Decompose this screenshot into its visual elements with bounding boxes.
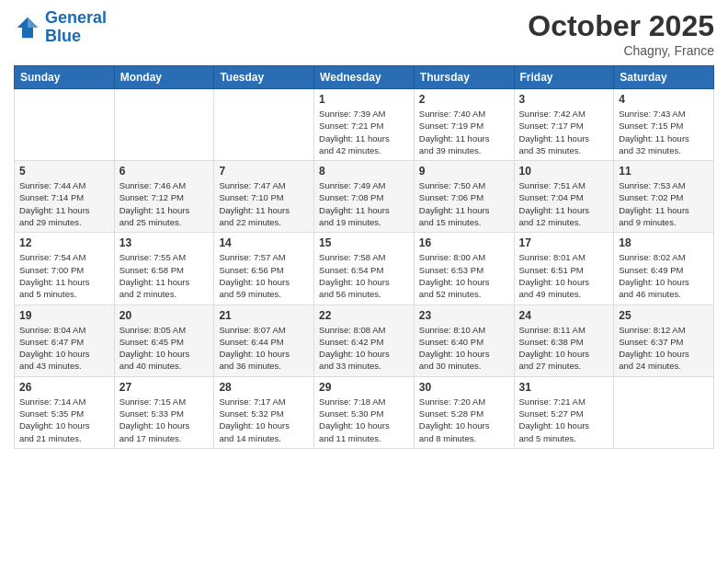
day-info: Sunrise: 7:54 AM Sunset: 7:00 PM Dayligh…: [19, 251, 109, 300]
day-info: Sunrise: 7:55 AM Sunset: 6:58 PM Dayligh…: [119, 251, 210, 300]
day-info: Sunrise: 7:46 AM Sunset: 7:12 PM Dayligh…: [119, 179, 210, 228]
calendar-cell: 26Sunrise: 7:14 AM Sunset: 5:35 PM Dayli…: [15, 376, 115, 448]
day-number: 22: [319, 309, 409, 322]
day-number: 29: [319, 381, 409, 394]
day-info: Sunrise: 7:21 AM Sunset: 5:27 PM Dayligh…: [519, 396, 609, 444]
day-number: 24: [519, 309, 609, 322]
day-number: 21: [219, 309, 309, 322]
calendar-cell: 6Sunrise: 7:46 AM Sunset: 7:12 PM Daylig…: [114, 161, 214, 233]
calendar-cell: 9Sunrise: 7:50 AM Sunset: 7:06 PM Daylig…: [414, 161, 514, 233]
weekday-header: Saturday: [614, 66, 714, 89]
day-number: 23: [419, 309, 509, 322]
weekday-header: Thursday: [414, 66, 514, 89]
calendar-cell: 11Sunrise: 7:53 AM Sunset: 7:02 PM Dayli…: [614, 161, 714, 233]
calendar-cell: [114, 89, 214, 161]
calendar-cell: 30Sunrise: 7:20 AM Sunset: 5:28 PM Dayli…: [414, 376, 514, 448]
weekday-header: Tuesday: [214, 66, 314, 89]
calendar-week-row: 26Sunrise: 7:14 AM Sunset: 5:35 PM Dayli…: [15, 376, 714, 448]
day-number: 15: [319, 236, 409, 249]
calendar-cell: 24Sunrise: 8:11 AM Sunset: 6:38 PM Dayli…: [514, 304, 614, 376]
calendar-cell: 7Sunrise: 7:47 AM Sunset: 7:10 PM Daylig…: [214, 161, 314, 233]
location: Chagny, France: [528, 43, 714, 58]
calendar-cell: 29Sunrise: 7:18 AM Sunset: 5:30 PM Dayli…: [314, 376, 415, 448]
day-number: 20: [119, 309, 210, 322]
day-number: 9: [419, 165, 509, 178]
calendar-cell: 27Sunrise: 7:15 AM Sunset: 5:33 PM Dayli…: [114, 376, 214, 448]
calendar-cell: [214, 89, 314, 161]
day-number: 17: [519, 236, 609, 249]
day-number: 8: [319, 165, 409, 178]
day-info: Sunrise: 7:42 AM Sunset: 7:17 PM Dayligh…: [519, 108, 609, 156]
day-info: Sunrise: 8:02 AM Sunset: 6:49 PM Dayligh…: [619, 251, 709, 300]
day-info: Sunrise: 7:39 AM Sunset: 7:21 PM Dayligh…: [319, 108, 409, 156]
day-info: Sunrise: 8:11 AM Sunset: 6:38 PM Dayligh…: [519, 324, 609, 373]
day-number: 10: [519, 165, 609, 178]
calendar-cell: 18Sunrise: 8:02 AM Sunset: 6:49 PM Dayli…: [614, 233, 714, 304]
day-info: Sunrise: 8:07 AM Sunset: 6:44 PM Dayligh…: [219, 324, 309, 373]
calendar-cell: 12Sunrise: 7:54 AM Sunset: 7:00 PM Dayli…: [15, 233, 115, 304]
day-number: 1: [319, 93, 409, 106]
calendar-cell: 3Sunrise: 7:42 AM Sunset: 7:17 PM Daylig…: [514, 89, 614, 161]
calendar-cell: [614, 376, 714, 448]
calendar-cell: [15, 89, 115, 161]
day-number: 12: [19, 236, 109, 249]
day-number: 26: [19, 381, 109, 394]
calendar-week-row: 1Sunrise: 7:39 AM Sunset: 7:21 PM Daylig…: [15, 89, 714, 161]
day-number: 25: [619, 309, 709, 322]
calendar: SundayMondayTuesdayWednesdayThursdayFrid…: [14, 65, 714, 449]
weekday-header: Sunday: [15, 66, 115, 89]
day-info: Sunrise: 7:14 AM Sunset: 5:35 PM Dayligh…: [19, 396, 109, 444]
weekday-header: Friday: [514, 66, 614, 89]
calendar-cell: 1Sunrise: 7:39 AM Sunset: 7:21 PM Daylig…: [314, 89, 415, 161]
day-info: Sunrise: 8:01 AM Sunset: 6:51 PM Dayligh…: [519, 251, 609, 300]
day-info: Sunrise: 7:43 AM Sunset: 7:15 PM Dayligh…: [619, 108, 709, 156]
day-info: Sunrise: 8:00 AM Sunset: 6:53 PM Dayligh…: [419, 251, 509, 300]
calendar-cell: 23Sunrise: 8:10 AM Sunset: 6:40 PM Dayli…: [414, 304, 514, 376]
day-number: 27: [119, 381, 210, 394]
day-number: 30: [419, 381, 509, 394]
day-info: Sunrise: 7:49 AM Sunset: 7:08 PM Dayligh…: [319, 179, 409, 228]
calendar-cell: 4Sunrise: 7:43 AM Sunset: 7:15 PM Daylig…: [614, 89, 714, 161]
calendar-cell: 17Sunrise: 8:01 AM Sunset: 6:51 PM Dayli…: [514, 233, 614, 304]
day-number: 7: [219, 165, 309, 178]
day-info: Sunrise: 7:44 AM Sunset: 7:14 PM Dayligh…: [19, 179, 109, 228]
day-info: Sunrise: 8:04 AM Sunset: 6:47 PM Dayligh…: [19, 324, 109, 373]
day-info: Sunrise: 8:08 AM Sunset: 6:42 PM Dayligh…: [319, 324, 409, 373]
day-number: 4: [619, 93, 709, 106]
day-number: 5: [19, 165, 109, 178]
logo-icon: [14, 14, 41, 41]
calendar-cell: 25Sunrise: 8:12 AM Sunset: 6:37 PM Dayli…: [614, 304, 714, 376]
calendar-cell: 20Sunrise: 8:05 AM Sunset: 6:45 PM Dayli…: [114, 304, 214, 376]
day-info: Sunrise: 8:05 AM Sunset: 6:45 PM Dayligh…: [119, 324, 210, 373]
calendar-cell: 28Sunrise: 7:17 AM Sunset: 5:32 PM Dayli…: [214, 376, 314, 448]
calendar-cell: 8Sunrise: 7:49 AM Sunset: 7:08 PM Daylig…: [314, 161, 415, 233]
day-info: Sunrise: 7:17 AM Sunset: 5:32 PM Dayligh…: [219, 396, 309, 444]
svg-marker-1: [28, 17, 38, 28]
day-number: 28: [219, 381, 309, 394]
day-info: Sunrise: 8:12 AM Sunset: 6:37 PM Dayligh…: [619, 324, 709, 373]
weekday-header: Monday: [114, 66, 214, 89]
calendar-cell: 15Sunrise: 7:58 AM Sunset: 6:54 PM Dayli…: [314, 233, 415, 304]
page-header: General Blue October 2025 Chagny, France: [14, 9, 714, 58]
day-info: Sunrise: 8:10 AM Sunset: 6:40 PM Dayligh…: [419, 324, 509, 373]
day-number: 16: [419, 236, 509, 249]
calendar-cell: 10Sunrise: 7:51 AM Sunset: 7:04 PM Dayli…: [514, 161, 614, 233]
calendar-cell: 31Sunrise: 7:21 AM Sunset: 5:27 PM Dayli…: [514, 376, 614, 448]
calendar-week-row: 19Sunrise: 8:04 AM Sunset: 6:47 PM Dayli…: [15, 304, 714, 376]
weekday-header: Wednesday: [314, 66, 415, 89]
day-number: 3: [519, 93, 609, 106]
day-info: Sunrise: 7:15 AM Sunset: 5:33 PM Dayligh…: [119, 396, 210, 444]
day-number: 31: [519, 381, 609, 394]
day-number: 18: [619, 236, 709, 249]
day-number: 19: [19, 309, 109, 322]
calendar-week-row: 12Sunrise: 7:54 AM Sunset: 7:00 PM Dayli…: [15, 233, 714, 304]
calendar-cell: 16Sunrise: 8:00 AM Sunset: 6:53 PM Dayli…: [414, 233, 514, 304]
calendar-cell: 2Sunrise: 7:40 AM Sunset: 7:19 PM Daylig…: [414, 89, 514, 161]
calendar-cell: 14Sunrise: 7:57 AM Sunset: 6:56 PM Dayli…: [214, 233, 314, 304]
day-info: Sunrise: 7:51 AM Sunset: 7:04 PM Dayligh…: [519, 179, 609, 228]
day-info: Sunrise: 7:57 AM Sunset: 6:56 PM Dayligh…: [219, 251, 309, 300]
title-block: October 2025 Chagny, France: [528, 9, 714, 58]
day-info: Sunrise: 7:18 AM Sunset: 5:30 PM Dayligh…: [319, 396, 409, 444]
logo-text: General Blue: [45, 9, 107, 46]
day-info: Sunrise: 7:50 AM Sunset: 7:06 PM Dayligh…: [419, 179, 509, 228]
